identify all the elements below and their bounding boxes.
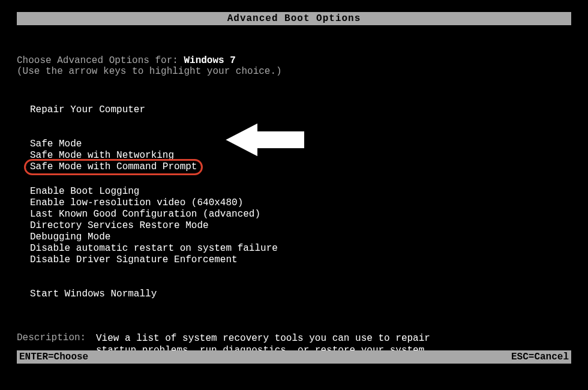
option-safe-mode-command-prompt[interactable]: Safe Mode with Command Prompt bbox=[30, 161, 571, 173]
option-repair-computer[interactable]: Repair Your Computer bbox=[30, 104, 571, 116]
content-area: Choose Advanced Options for: Windows 7 (… bbox=[17, 25, 571, 356]
prompt-label: Choose Advanced Options for: bbox=[17, 55, 178, 66]
title-bar: Advanced Boot Options bbox=[17, 12, 571, 25]
options-list: Repair Your Computer Safe Mode Safe Mode… bbox=[30, 104, 571, 300]
option-enable-boot-logging[interactable]: Enable Boot Logging bbox=[30, 186, 571, 197]
prompt-line: Choose Advanced Options for: Windows 7 bbox=[17, 55, 571, 66]
option-last-known-good[interactable]: Last Known Good Configuration (advanced) bbox=[30, 209, 571, 220]
option-directory-services-restore[interactable]: Directory Services Restore Mode bbox=[30, 220, 571, 232]
prompt-hint: (Use the arrow keys to highlight your ch… bbox=[17, 66, 571, 77]
description-line-1: View a list of system recovery tools you… bbox=[96, 332, 430, 344]
option-safe-mode-cmd-label: Safe Mode with Command Prompt bbox=[30, 161, 197, 172]
boot-screen: Advanced Boot Options Choose Advanced Op… bbox=[17, 12, 571, 356]
option-start-windows-normally[interactable]: Start Windows Normally bbox=[30, 289, 571, 300]
footer-enter-hint: ENTER=Choose bbox=[19, 350, 88, 364]
option-safe-mode-networking[interactable]: Safe Mode with Networking bbox=[30, 150, 571, 161]
option-debugging-mode[interactable]: Debugging Mode bbox=[30, 232, 571, 243]
footer-bar: ENTER=Choose ESC=Cancel bbox=[17, 350, 571, 364]
option-safe-mode[interactable]: Safe Mode bbox=[30, 139, 571, 150]
footer-esc-hint: ESC=Cancel bbox=[511, 350, 569, 364]
os-name: Windows 7 bbox=[184, 55, 235, 66]
option-disable-driver-signature[interactable]: Disable Driver Signature Enforcement bbox=[30, 254, 571, 266]
option-low-resolution-video[interactable]: Enable low-resolution video (640x480) bbox=[30, 197, 571, 209]
option-disable-auto-restart[interactable]: Disable automatic restart on system fail… bbox=[30, 243, 571, 254]
